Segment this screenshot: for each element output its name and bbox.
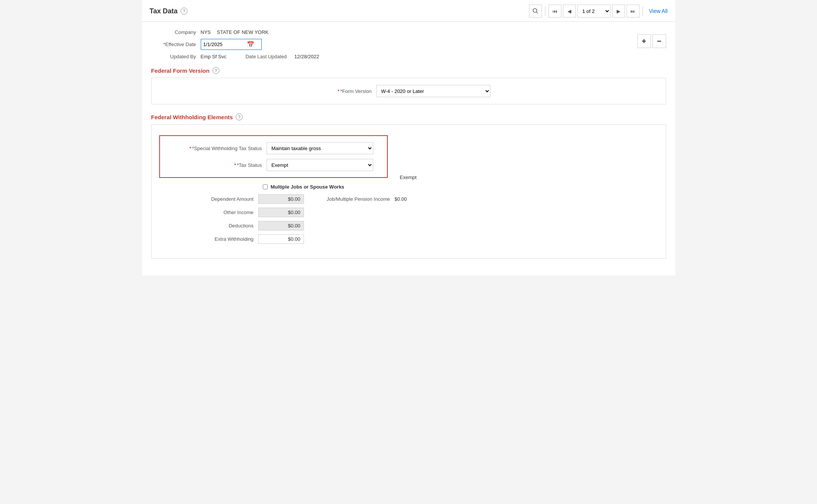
page-header: Tax Data ? ⏮ ◀ 1 of 2 2 of 2 ▶ xyxy=(142,0,675,22)
extra-withholding-input[interactable] xyxy=(258,234,304,244)
tax-status-select[interactable]: Exempt Single Married Married but withho… xyxy=(267,159,373,171)
federal-form-version-help-icon[interactable]: ? xyxy=(213,67,219,74)
dependent-amount-inner: Dependent Amount xyxy=(159,194,304,204)
page-title: Tax Data xyxy=(150,7,178,15)
date-last-updated-value: 12/28/2022 xyxy=(294,54,319,59)
federal-withholding-title: Federal Withholding Elements xyxy=(151,114,233,120)
prev-page-icon: ◀ xyxy=(568,8,571,14)
search-button[interactable] xyxy=(529,5,542,18)
other-income-label: Other Income xyxy=(159,210,258,215)
add-remove-buttons: + − xyxy=(637,34,666,48)
federal-withholding-header: Federal Withholding Elements ? xyxy=(151,114,666,120)
next-page-icon: ▶ xyxy=(617,8,620,14)
main-content: + − Company NYS STATE OF NEW YORK *Effec… xyxy=(142,22,675,275)
svg-line-1 xyxy=(536,12,538,14)
updated-info-row: Updated By Emp Sf Svc Date Last Updated … xyxy=(151,54,666,59)
withholding-content: *Special Withholding Tax Status Maintain… xyxy=(159,131,658,251)
effective-date-input[interactable] xyxy=(203,42,245,47)
job-pension-value: $0.00 xyxy=(395,196,407,202)
form-version-row: *Form Version W-4 - 2020 or Later W-4 - … xyxy=(159,85,658,97)
other-income-input[interactable] xyxy=(258,208,304,217)
page-title-help-icon[interactable]: ? xyxy=(181,8,187,14)
multiple-jobs-label: Multiple Jobs or Spouse Works xyxy=(271,184,344,190)
date-last-updated-group: Date Last Updated 12/28/2022 xyxy=(245,54,319,59)
form-version-label: *Form Version xyxy=(327,88,376,94)
company-row: Company NYS STATE OF NEW YORK xyxy=(151,29,666,35)
extra-withholding-row: Extra Withholding xyxy=(159,234,658,244)
special-withholding-select[interactable]: Maintain taxable gross None Exempt from … xyxy=(267,142,373,154)
tax-status-row: *Tax Status Exempt Single Married Marrie… xyxy=(168,159,379,171)
dependent-amount-input[interactable] xyxy=(258,194,304,204)
search-icon xyxy=(532,8,539,14)
info-group: Emp Sf Svc Date Last Updated 12/28/2022 xyxy=(201,54,319,59)
header-controls: ⏮ ◀ 1 of 2 2 of 2 ▶ ⏭ View All xyxy=(529,5,668,18)
calendar-icon[interactable]: 📅 xyxy=(247,41,254,48)
view-all-link[interactable]: View All xyxy=(649,8,668,14)
form-version-select[interactable]: W-4 - 2020 or Later W-4 - Pre 2020 W-4P … xyxy=(376,85,491,97)
tax-status-label: *Tax Status xyxy=(168,162,267,168)
prev-page-button[interactable]: ◀ xyxy=(563,5,576,18)
first-page-button[interactable]: ⏮ xyxy=(548,5,561,18)
deductions-row: Deductions xyxy=(159,221,658,230)
company-label: Company xyxy=(151,29,201,35)
updated-by-value: Emp Sf Svc xyxy=(201,54,227,59)
company-code: NYS xyxy=(201,29,211,35)
special-withholding-label: *Special Withholding Tax Status xyxy=(168,146,267,151)
special-withholding-row: *Special Withholding Tax Status Maintain… xyxy=(168,142,379,154)
dependent-amount-row: Dependent Amount Job/Multiple Pension In… xyxy=(159,194,658,204)
page-selector[interactable]: 1 of 2 2 of 2 xyxy=(577,5,611,18)
effective-date-row: *Effective Date 📅 xyxy=(151,39,666,50)
deductions-input[interactable] xyxy=(258,221,304,230)
federal-form-version-box: *Form Version W-4 - 2020 or Later W-4 - … xyxy=(151,78,666,104)
dependent-amount-label: Dependent Amount xyxy=(159,196,258,202)
last-page-icon: ⏭ xyxy=(630,8,635,14)
effective-date-wrapper: 📅 xyxy=(201,39,262,50)
separator-2 xyxy=(643,6,643,16)
federal-form-version-header: Federal Form Version ? xyxy=(151,67,666,74)
federal-withholding-box: *Special Withholding Tax Status Maintain… xyxy=(151,124,666,259)
header-left: Tax Data ? xyxy=(150,7,188,15)
remove-row-button[interactable]: − xyxy=(652,34,666,48)
effective-date-label: *Effective Date xyxy=(151,42,201,47)
multiple-jobs-checkbox[interactable] xyxy=(263,184,268,189)
exempt-label: Exempt xyxy=(400,174,417,180)
svg-point-0 xyxy=(533,9,537,13)
federal-form-version-title: Federal Form Version xyxy=(151,67,209,74)
red-bordered-section: *Special Withholding Tax Status Maintain… xyxy=(159,135,388,178)
updated-by-label: Updated By xyxy=(151,54,201,59)
job-pension-group: Job/Multiple Pension Income $0.00 xyxy=(327,196,407,202)
multiple-jobs-row: Multiple Jobs or Spouse Works xyxy=(263,184,658,190)
separator-1 xyxy=(545,6,545,16)
next-page-button[interactable]: ▶ xyxy=(612,5,625,18)
company-name: STATE OF NEW YORK xyxy=(217,29,269,35)
other-income-row: Other Income xyxy=(159,208,658,217)
job-pension-label: Job/Multiple Pension Income xyxy=(327,196,390,202)
date-last-updated-label: Date Last Updated xyxy=(245,54,289,59)
first-page-icon: ⏮ xyxy=(552,8,557,14)
extra-withholding-label: Extra Withholding xyxy=(159,236,258,242)
deductions-label: Deductions xyxy=(159,223,258,229)
federal-withholding-help-icon[interactable]: ? xyxy=(236,114,243,120)
last-page-button[interactable]: ⏭ xyxy=(627,5,640,18)
add-row-button[interactable]: + xyxy=(637,34,651,48)
